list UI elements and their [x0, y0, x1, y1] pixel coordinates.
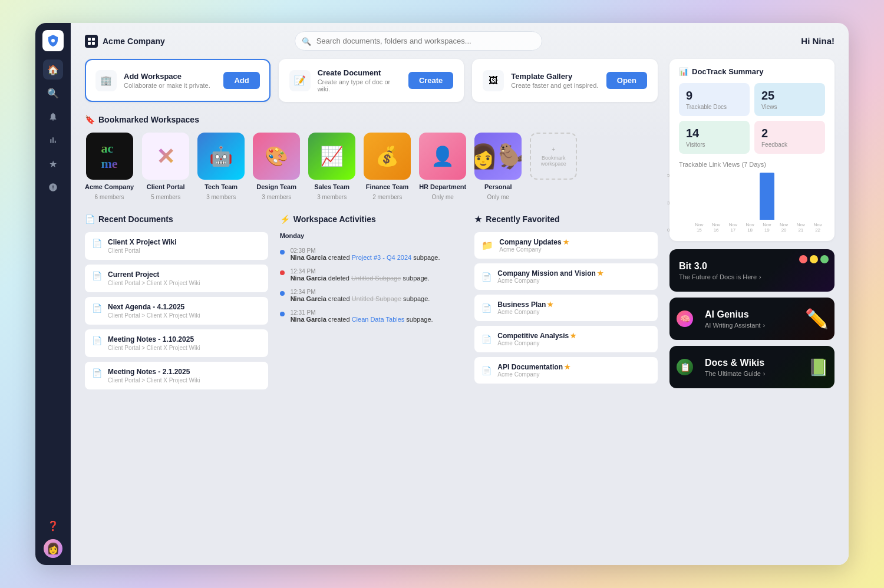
workspace-item-acme[interactable]: acme Acme Company 6 members: [85, 133, 134, 200]
sidebar-alerts[interactable]: [43, 177, 63, 197]
doc-icon-0: 📄: [92, 239, 102, 248]
promo-arrow-bit30: ›: [759, 273, 761, 280]
workspace-name: Acme Company: [103, 37, 165, 46]
workspace-thumb-client: ✕: [142, 133, 189, 180]
stat-num-trackable: 9: [686, 89, 743, 103]
stat-label-visitors: Visitors: [686, 141, 743, 148]
fav-name-1: Company Mission and Vision★: [497, 269, 603, 278]
bookmark-placeholder-item[interactable]: + Bookmark workspace: [530, 133, 577, 200]
workspace-item-client[interactable]: ✕ Client Portal 5 members: [142, 133, 189, 200]
template-text: Template Gallery Create faster and get i…: [511, 72, 599, 89]
app-logo[interactable]: [42, 30, 64, 51]
fav-info-1: Company Mission and Vision★ Acme Company: [497, 269, 603, 284]
workspace-name-tech: Tech Team: [204, 183, 238, 190]
template-gallery-card[interactable]: 🖼 Template Gallery Create faster and get…: [472, 59, 658, 102]
doc-path-1: Client Portal > Client X Project Wiki: [108, 280, 200, 286]
bookmark-placeholder[interactable]: + Bookmark workspace: [530, 133, 577, 180]
svg-rect-1: [88, 38, 91, 41]
activity-link-0[interactable]: Project #3 - Q4 2024: [352, 254, 412, 261]
bookmarked-section-title: 🔖 Bookmarked Workspaces: [85, 115, 658, 124]
fav-sub-4: Acme Company: [497, 371, 570, 378]
sidebar-favorites[interactable]: ★: [43, 154, 63, 174]
chart-date-6: Nov21: [794, 222, 809, 233]
fav-item-2[interactable]: 📄 Business Plan★ Acme Company: [474, 295, 658, 321]
activity-dot-0: [280, 250, 285, 255]
workspace-item-design[interactable]: 🎨 Design Team 3 members: [253, 133, 300, 200]
template-button[interactable]: Open: [606, 72, 647, 89]
create-document-card[interactable]: 📝 Create Document Create any type of doc…: [279, 59, 464, 102]
promo-dot-yellow: [810, 255, 818, 263]
workspace-item-finance[interactable]: 💰 Finance Team 2 members: [364, 133, 411, 200]
workspace-label: Acme Company: [85, 35, 165, 48]
activity-dot-1: [280, 270, 285, 275]
search-input[interactable]: [295, 31, 542, 51]
create-doc-button[interactable]: Create: [408, 72, 453, 89]
fav-item-1[interactable]: 📄 Company Mission and Vision★ Acme Compa…: [474, 263, 658, 290]
fav-item-4[interactable]: 📄 API Documentation★ Acme Company: [474, 357, 658, 384]
activity-text-1: Nina Garcia deleted Untitled Subpage sub…: [291, 275, 430, 282]
svg-text:✕: ✕: [156, 144, 175, 169]
doc-item-0[interactable]: 📄 Client X Project Wiki Client Portal: [85, 232, 268, 260]
workspace-thumb-finance: 💰: [364, 133, 411, 180]
search-bar: 🔍: [295, 31, 542, 51]
workspace-item-personal[interactable]: 👩‍🦫 Personal Only me: [474, 133, 522, 200]
activity-time-3: 12:31 PM: [291, 309, 433, 316]
doc-item-3[interactable]: 📄 Meeting Notes - 1.10.2025 Client Porta…: [85, 329, 268, 357]
fav-item-3[interactable]: 📄 Competitive Analysis★ Acme Company: [474, 326, 658, 352]
stat-grid: 9 Trackable Docs 25 Views 14 Visitors: [679, 83, 825, 154]
recent-docs-section: 📄 Recent Documents 📄 Client X Project Wi…: [85, 214, 268, 389]
doc-path-0: Client Portal: [108, 247, 177, 254]
sidebar-home[interactable]: 🏠: [43, 60, 63, 80]
left-main: 🏢 Add Workspace Collaborate or make it p…: [85, 59, 658, 394]
stat-box-trackable: 9 Trackable Docs: [679, 83, 750, 116]
chart-dates: Nov15 Nov16 Nov17 Nov18 Nov19 Nov20 Nov2…: [692, 222, 825, 233]
workspace-item-tech[interactable]: 🤖 Tech Team 3 members: [197, 133, 245, 200]
user-avatar[interactable]: 👩: [44, 539, 62, 558]
content-area: 🏢 Add Workspace Collaborate or make it p…: [71, 59, 849, 408]
fav-item-0[interactable]: 📁 Company Updates★ Acme Company: [474, 232, 658, 259]
chart-y-labels: 5 3 0: [667, 173, 669, 233]
sidebar-analytics[interactable]: [43, 130, 63, 150]
sidebar-notifications[interactable]: [43, 107, 63, 127]
promo-card-docs[interactable]: 📗 📋 Docs & Wikis The Ultimate Guide ›: [669, 346, 834, 388]
workspace-item-hr[interactable]: 👤 HR Department Only me: [419, 133, 466, 200]
doc-path-4: Client Portal > Client X Project Wiki: [108, 377, 200, 384]
promo-card-bit30[interactable]: Bit 3.0 The Future of Docs is Here ›: [669, 249, 834, 292]
workspace-members-design: 3 members: [262, 194, 291, 200]
doc-list: 📄 Client X Project Wiki Client Portal 📄 …: [85, 232, 268, 389]
promo-dot-green: [820, 255, 829, 263]
svg-rect-4: [92, 42, 95, 45]
activity-dot-3: [280, 312, 285, 316]
template-subtitle: Create faster and get inspired.: [511, 82, 599, 89]
chart-area: [692, 173, 825, 220]
stat-box-visitors: 14 Visitors: [679, 121, 750, 154]
doc-item-1[interactable]: 📄 Current Project Client Portal > Client…: [85, 265, 268, 292]
workspace-thumb-hr: 👤: [419, 133, 466, 180]
workspace-name-personal: Personal: [484, 183, 512, 190]
add-workspace-subtitle: Collaborate or make it private.: [124, 82, 216, 89]
doc-path-3: Client Portal > Client X Project Wiki: [108, 345, 200, 351]
promo-card-ai[interactable]: ✏️ 🧠 AI Genius AI Writing Assistant ›: [669, 298, 834, 340]
docs-promo-icon: 📗: [808, 358, 829, 377]
chart-date-5: Nov20: [777, 222, 791, 233]
activity-link-3[interactable]: Clean Data Tables: [352, 316, 405, 323]
svg-rect-2: [92, 38, 95, 41]
app-container: 🏠 🔍 ★ ❓ 👩 Acme Company: [35, 23, 849, 565]
doc-info-4: Meeting Notes - 2.1.2025 Client Portal >…: [108, 368, 200, 384]
activity-text-0: Nina Garcia created Project #3 - Q4 2024…: [291, 254, 440, 261]
chart-y-3: 3: [667, 200, 669, 206]
doc-info-2: Next Agenda - 4.1.2025 Client Portal > C…: [108, 303, 200, 319]
add-workspace-card[interactable]: 🏢 Add Workspace Collaborate or make it p…: [85, 59, 271, 102]
workspace-members-acme: 6 members: [95, 194, 124, 200]
add-workspace-button[interactable]: Add: [223, 72, 259, 89]
fav-info-4: API Documentation★ Acme Company: [497, 363, 570, 378]
add-workspace-text: Add Workspace Collaborate or make it pri…: [124, 72, 216, 89]
doc-item-4[interactable]: 📄 Meeting Notes - 2.1.2025 Client Portal…: [85, 362, 268, 389]
promo-dots-bit30: [799, 255, 829, 263]
create-doc-icon: 📝: [289, 70, 311, 91]
workspace-name-sales: Sales Team: [314, 183, 349, 190]
sidebar-help[interactable]: ❓: [43, 516, 63, 536]
workspace-item-sales[interactable]: 📈 Sales Team 3 members: [308, 133, 355, 200]
doc-item-2[interactable]: 📄 Next Agenda - 4.1.2025 Client Portal >…: [85, 297, 268, 325]
sidebar-search[interactable]: 🔍: [43, 83, 63, 103]
